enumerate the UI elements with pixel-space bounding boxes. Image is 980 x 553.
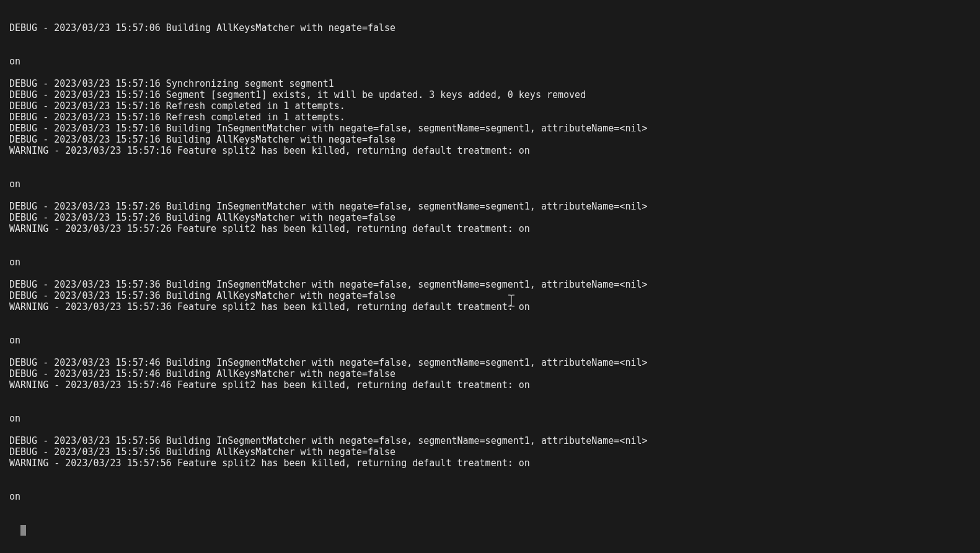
blank-line <box>9 312 971 324</box>
log-line: DEBUG - 2023/03/23 15:57:16 Refresh comp… <box>9 112 971 123</box>
blank-line <box>9 324 971 335</box>
blank-line <box>9 33 971 45</box>
log-line: DEBUG - 2023/03/23 15:57:16 Building InS… <box>9 123 971 134</box>
log-line: on <box>9 56 971 67</box>
log-line: DEBUG - 2023/03/23 15:57:36 Building All… <box>9 290 971 301</box>
log-line: DEBUG - 2023/03/23 15:57:36 Building InS… <box>9 279 971 290</box>
log-line: DEBUG - 2023/03/23 15:57:06 Building All… <box>9 22 971 33</box>
log-line: on <box>9 413 971 424</box>
log-line: on <box>9 179 971 190</box>
blank-line <box>9 268 971 279</box>
log-line: DEBUG - 2023/03/23 15:57:56 Building InS… <box>9 435 971 446</box>
blank-line <box>9 67 971 78</box>
blank-line <box>9 480 971 491</box>
blank-line <box>9 346 971 357</box>
log-line: DEBUG - 2023/03/23 15:57:16 Refresh comp… <box>9 100 971 112</box>
log-line: DEBUG - 2023/03/23 15:57:26 Building InS… <box>9 201 971 212</box>
blank-line <box>9 402 971 413</box>
blank-line <box>9 45 971 56</box>
log-line: WARNING - 2023/03/23 15:57:16 Feature sp… <box>9 145 971 156</box>
log-line: DEBUG - 2023/03/23 15:57:16 Building All… <box>9 134 971 145</box>
log-line: DEBUG - 2023/03/23 15:57:46 Building All… <box>9 368 971 379</box>
blank-line <box>9 167 971 179</box>
blank-line <box>9 424 971 435</box>
log-line: DEBUG - 2023/03/23 15:57:46 Building InS… <box>9 357 971 368</box>
log-line: DEBUG - 2023/03/23 15:57:26 Building All… <box>9 212 971 223</box>
log-line: DEBUG - 2023/03/23 15:57:16 Synchronizin… <box>9 78 971 89</box>
blank-line <box>9 469 971 480</box>
log-line: on <box>9 257 971 268</box>
log-line: WARNING - 2023/03/23 15:57:46 Feature sp… <box>9 379 971 391</box>
log-line: on <box>9 335 971 346</box>
log-line: WARNING - 2023/03/23 15:57:56 Feature sp… <box>9 458 971 469</box>
terminal-cursor <box>20 525 26 536</box>
log-line: DEBUG - 2023/03/23 15:57:56 Building All… <box>9 446 971 458</box>
blank-line <box>9 234 971 246</box>
blank-line <box>9 391 971 402</box>
log-line: WARNING - 2023/03/23 15:57:36 Feature sp… <box>9 301 971 312</box>
blank-line <box>9 156 971 167</box>
blank-line <box>9 190 971 201</box>
blank-line <box>9 502 971 513</box>
log-line: DEBUG - 2023/03/23 15:57:16 Segment [seg… <box>9 89 971 100</box>
log-line: on <box>9 491 971 502</box>
blank-line <box>9 246 971 257</box>
log-line: WARNING - 2023/03/23 15:57:26 Feature sp… <box>9 223 971 234</box>
terminal-output[interactable]: DEBUG - 2023/03/23 15:57:06 Building All… <box>9 0 971 536</box>
